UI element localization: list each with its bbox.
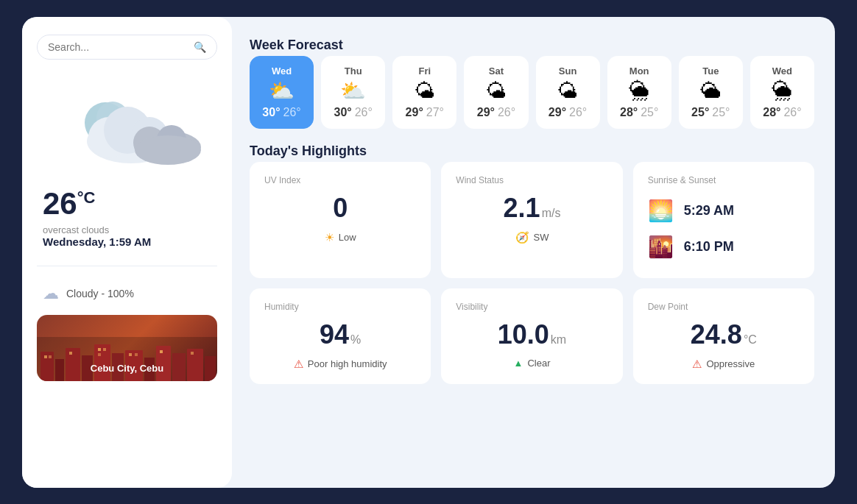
- sunset-icon: 🌇: [648, 235, 674, 259]
- humidity-card: Humidity 94% ⚠ Poor high humidity: [250, 288, 431, 384]
- forecast-high-temp: 28°: [620, 106, 638, 119]
- forecast-high-temp: 29°: [549, 106, 566, 119]
- humidity-value: 94%: [264, 319, 416, 350]
- visibility-label: Visibility: [456, 302, 607, 312]
- forecast-weather-icon: 🌦: [772, 81, 792, 102]
- forecast-weather-icon: 🌦: [629, 81, 649, 102]
- svg-rect-27: [69, 352, 72, 355]
- temperature-display: 26°C overcast clouds Wednesday, 1:59 AM: [37, 186, 217, 248]
- uv-index-card: UV Index 0 ☀ Low: [250, 162, 431, 278]
- sunset-row: 🌇 6:10 PM: [648, 229, 800, 265]
- forecast-card-tue-6[interactable]: Tue 🌥 25° 25°: [679, 56, 743, 129]
- forecast-day-label: Fri: [419, 65, 431, 77]
- svg-rect-32: [135, 353, 138, 356]
- forecast-weather-icon: 🌤: [557, 81, 578, 102]
- humidity-label: Humidity: [264, 302, 416, 312]
- forecast-row: Wed ⛅ 30° 26° Thu ⛅ 30° 26° Fri 🌤 29° 27…: [250, 56, 814, 129]
- uv-status-text: Low: [339, 232, 356, 243]
- forecast-high-temp: 29°: [406, 106, 423, 119]
- forecast-card-mon-5[interactable]: Mon 🌦 28° 25°: [607, 56, 671, 129]
- forecast-high-temp: 30°: [262, 106, 280, 119]
- forecast-low-temp: 25°: [712, 106, 730, 119]
- sunrise-time: 5:29 AM: [684, 203, 734, 219]
- dew-point-card: Dew Point 24.8°C ⚠ Oppressive: [633, 288, 814, 384]
- forecast-card-sun-4[interactable]: Sun 🌤 29° 26°: [536, 56, 600, 129]
- dew-point-value: 24.8°C: [648, 319, 800, 350]
- visibility-status-icon: ▲: [514, 358, 523, 369]
- sunset-time: 6:10 PM: [684, 239, 734, 255]
- forecast-day-label: Wed: [772, 65, 792, 77]
- svg-rect-30: [103, 348, 106, 351]
- forecast-high-temp: 28°: [763, 106, 780, 119]
- humidity-status-text: Poor high humidity: [308, 358, 387, 369]
- uv-label: UV Index: [264, 175, 416, 185]
- forecast-section: Week Forecast Wed ⛅ 30° 26° Thu ⛅ 30° 26…: [250, 38, 814, 129]
- humidity-status: ⚠ Poor high humidity: [264, 358, 416, 371]
- search-bar[interactable]: 🔍: [37, 35, 217, 60]
- highlights-title: Today's Highlights: [250, 143, 814, 159]
- weather-illustration: [37, 71, 217, 174]
- forecast-day-label: Tue: [702, 65, 719, 77]
- highlights-grid: UV Index 0 ☀ Low Wind Status 2.1m/s: [250, 162, 814, 384]
- dew-point-status: ⚠ Oppressive: [648, 358, 800, 371]
- dew-point-label: Dew Point: [648, 302, 800, 312]
- forecast-day-label: Mon: [629, 65, 649, 77]
- wind-direction-icon: 🧭: [515, 231, 529, 244]
- forecast-card-wed-7[interactable]: Wed 🌦 28° 26°: [750, 56, 814, 129]
- forecast-low-temp: 27°: [426, 106, 444, 119]
- wind-status: 🧭 SW: [456, 231, 607, 244]
- forecast-card-fri-2[interactable]: Fri 🌤 29° 27°: [392, 56, 456, 129]
- svg-rect-34: [191, 352, 194, 355]
- wind-direction-text: SW: [534, 232, 549, 243]
- highlights-section: Today's Highlights UV Index 0 ☀ Low Wind…: [250, 143, 814, 384]
- forecast-weather-icon: 🌤: [415, 81, 435, 102]
- forecast-card-wed-0[interactable]: Wed ⛅ 30° 26°: [250, 56, 314, 129]
- cloud-svg: [54, 82, 201, 171]
- current-temp: 26°C: [37, 186, 217, 221]
- visibility-value: 10.0km: [456, 319, 607, 350]
- weather-date: Wednesday, 1:59 AM: [37, 235, 217, 248]
- search-input[interactable]: [48, 41, 188, 53]
- svg-rect-26: [49, 355, 52, 358]
- uv-status: ☀ Low: [264, 231, 416, 244]
- forecast-card-sat-3[interactable]: Sat 🌤 29° 26°: [464, 56, 528, 129]
- forecast-high-temp: 25°: [691, 106, 709, 119]
- weather-description: overcast clouds: [37, 224, 217, 235]
- svg-rect-33: [160, 350, 163, 353]
- wind-value: 2.1m/s: [456, 193, 607, 224]
- sunrise-icon: 🌅: [648, 199, 674, 223]
- visibility-card: Visibility 10.0km ▲ Clear: [441, 288, 622, 384]
- city-label: Cebu City, Cebu: [37, 363, 217, 374]
- app-container: 🔍 26°C: [22, 17, 835, 488]
- visibility-status-text: Clear: [527, 358, 550, 369]
- forecast-low-temp: 26°: [498, 106, 515, 119]
- city-card: Cebu City, Cebu: [37, 315, 217, 381]
- cloud-icon: ☁: [43, 284, 59, 303]
- forecast-day-label: Sun: [559, 65, 577, 77]
- search-icon[interactable]: 🔍: [194, 41, 206, 53]
- forecast-weather-icon: 🌥: [700, 81, 721, 102]
- forecast-weather-icon: ⛅: [269, 81, 295, 102]
- forecast-low-temp: 26°: [569, 106, 587, 119]
- dew-point-status-icon: ⚠: [692, 358, 702, 371]
- visibility-status: ▲ Clear: [456, 358, 607, 369]
- svg-rect-28: [98, 348, 101, 351]
- city-skyline-svg: [37, 337, 217, 381]
- svg-point-9: [135, 135, 201, 165]
- sidebar-divider: [37, 266, 217, 266]
- main-content: Week Forecast Wed ⛅ 30° 26° Thu ⛅ 30° 26…: [232, 17, 835, 488]
- humidity-status-icon: ⚠: [294, 358, 303, 371]
- cloudy-row: ☁ Cloudy - 100%: [37, 284, 217, 303]
- forecast-day-label: Wed: [272, 65, 292, 77]
- dew-point-status-text: Oppressive: [706, 358, 755, 369]
- sunrise-sunset-card: Sunrise & Sunset 🌅 5:29 AM 🌇 6:10 PM: [633, 162, 814, 278]
- forecast-title: Week Forecast: [250, 38, 814, 53]
- forecast-day-label: Sat: [489, 65, 504, 77]
- svg-rect-31: [129, 353, 132, 356]
- cloudy-label: Cloudy - 100%: [66, 288, 134, 299]
- forecast-card-thu-1[interactable]: Thu ⛅ 30° 26°: [321, 56, 385, 129]
- forecast-low-temp: 26°: [283, 106, 301, 119]
- forecast-low-temp: 26°: [355, 106, 373, 119]
- forecast-day-label: Thu: [345, 65, 362, 77]
- sidebar: 🔍 26°C: [22, 17, 232, 488]
